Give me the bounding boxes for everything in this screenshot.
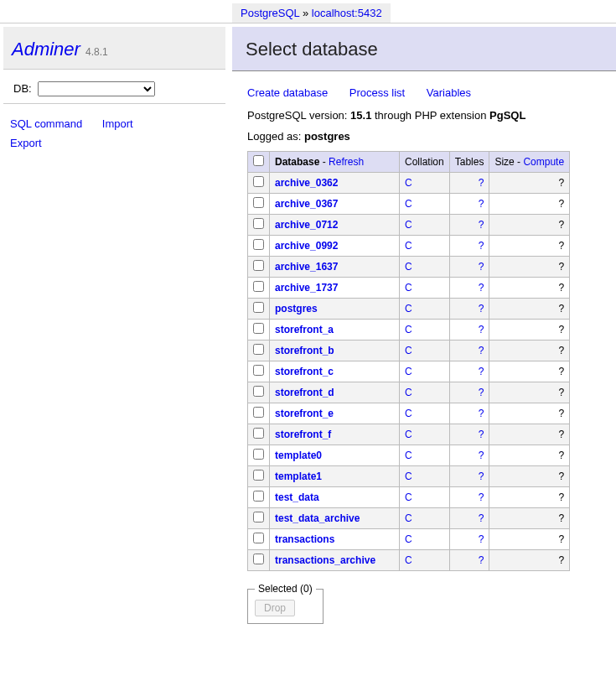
row-checkbox[interactable]	[253, 239, 264, 250]
row-checkbox[interactable]	[253, 176, 264, 187]
tables-link[interactable]: ?	[479, 219, 484, 231]
collation-link[interactable]: C	[405, 470, 412, 482]
row-checkbox[interactable]	[253, 386, 264, 397]
database-link[interactable]: template0	[275, 450, 322, 461]
table-row: test_data_archiveC??	[248, 508, 570, 529]
collation-link[interactable]: C	[405, 219, 412, 231]
row-checkbox[interactable]	[253, 428, 264, 439]
import-link[interactable]: Import	[102, 114, 133, 133]
row-checkbox[interactable]	[253, 470, 264, 481]
row-checkbox[interactable]	[253, 554, 264, 564]
refresh-link[interactable]: Refresh	[329, 156, 364, 168]
database-link[interactable]: template1	[275, 470, 322, 482]
collation-link[interactable]: C	[405, 429, 412, 440]
collation-link[interactable]: C	[405, 512, 412, 524]
row-checkbox[interactable]	[253, 344, 264, 355]
collation-link[interactable]: C	[405, 261, 412, 273]
compute-link[interactable]: Compute	[523, 156, 564, 168]
collation-link[interactable]: C	[405, 240, 412, 252]
collation-link[interactable]: C	[405, 387, 412, 398]
tables-link[interactable]: ?	[479, 450, 484, 461]
logo-link[interactable]: Adminer	[12, 39, 80, 60]
database-link[interactable]: archive_0992	[275, 240, 338, 252]
database-link[interactable]: storefront_f	[275, 429, 331, 440]
tables-link[interactable]: ?	[479, 324, 484, 335]
tables-link[interactable]: ?	[479, 533, 484, 545]
row-checkbox[interactable]	[253, 512, 264, 522]
database-link[interactable]: postgres	[275, 303, 318, 315]
tables-link[interactable]: ?	[479, 408, 484, 419]
breadcrumb-system[interactable]: PostgreSQL	[241, 7, 299, 19]
row-checkbox[interactable]	[253, 197, 264, 208]
tables-link[interactable]: ?	[479, 491, 484, 503]
tables-link[interactable]: ?	[479, 240, 484, 252]
database-link[interactable]: archive_0362	[275, 177, 338, 189]
database-link[interactable]: storefront_b	[275, 345, 334, 356]
database-link[interactable]: archive_1737	[275, 282, 338, 294]
table-row: template1C??	[248, 466, 570, 487]
database-link[interactable]: storefront_c	[275, 366, 334, 377]
sql-command-link[interactable]: SQL command	[10, 114, 82, 133]
database-link[interactable]: archive_0712	[275, 219, 338, 231]
process-list-link[interactable]: Process list	[349, 86, 405, 99]
row-checkbox[interactable]	[253, 260, 264, 271]
collation-link[interactable]: C	[405, 303, 412, 315]
tables-link[interactable]: ?	[479, 198, 484, 210]
export-link[interactable]: Export	[10, 133, 42, 153]
database-link[interactable]: transactions	[275, 533, 334, 545]
tables-link[interactable]: ?	[479, 429, 484, 440]
select-all-cell	[248, 152, 270, 173]
collation-link[interactable]: C	[405, 345, 412, 356]
row-checkbox[interactable]	[253, 323, 264, 334]
collation-link[interactable]: C	[405, 177, 412, 189]
tables-link[interactable]: ?	[479, 470, 484, 482]
collation-link[interactable]: C	[405, 450, 412, 461]
select-all-checkbox[interactable]	[253, 155, 264, 166]
collation-link[interactable]: C	[405, 282, 412, 294]
tables-link[interactable]: ?	[479, 366, 484, 377]
collation-link[interactable]: C	[405, 408, 412, 419]
row-checkbox[interactable]	[253, 407, 264, 418]
col-tables: Tables	[449, 152, 489, 173]
row-checkbox[interactable]	[253, 491, 264, 502]
database-link[interactable]: storefront_a	[275, 324, 334, 335]
database-link[interactable]: storefront_d	[275, 387, 334, 398]
row-checkbox[interactable]	[253, 365, 264, 376]
size-cell: ?	[489, 278, 570, 299]
table-row: template0C??	[248, 445, 570, 466]
size-cell: ?	[489, 173, 570, 194]
database-link[interactable]: archive_1637	[275, 261, 338, 273]
tables-link[interactable]: ?	[479, 345, 484, 356]
size-cell: ?	[489, 361, 570, 382]
create-database-link[interactable]: Create database	[247, 86, 328, 99]
collation-link[interactable]: C	[405, 491, 412, 503]
breadcrumb-host[interactable]: localhost:5432	[312, 7, 382, 19]
drop-button[interactable]: Drop	[255, 600, 295, 616]
row-checkbox[interactable]	[253, 533, 264, 543]
tables-link[interactable]: ?	[479, 177, 484, 189]
table-row: storefront_dC??	[248, 382, 570, 403]
row-checkbox[interactable]	[253, 218, 264, 229]
row-checkbox[interactable]	[253, 449, 264, 460]
collation-link[interactable]: C	[405, 554, 412, 566]
size-cell: ?	[489, 382, 570, 403]
db-select[interactable]	[38, 81, 155, 96]
database-link[interactable]: test_data	[275, 491, 319, 503]
collation-link[interactable]: C	[405, 366, 412, 377]
tables-link[interactable]: ?	[479, 512, 484, 524]
database-link[interactable]: transactions_archive	[275, 554, 375, 566]
collation-link[interactable]: C	[405, 198, 412, 210]
tables-link[interactable]: ?	[479, 554, 484, 566]
tables-link[interactable]: ?	[479, 282, 484, 294]
database-link[interactable]: storefront_e	[275, 408, 334, 419]
database-link[interactable]: archive_0367	[275, 198, 338, 210]
tables-link[interactable]: ?	[479, 303, 484, 315]
tables-link[interactable]: ?	[479, 261, 484, 273]
variables-link[interactable]: Variables	[427, 86, 471, 99]
database-link[interactable]: test_data_archive	[275, 512, 360, 524]
collation-link[interactable]: C	[405, 533, 412, 545]
row-checkbox[interactable]	[253, 281, 264, 292]
row-checkbox[interactable]	[253, 302, 264, 313]
collation-link[interactable]: C	[405, 324, 412, 335]
tables-link[interactable]: ?	[479, 387, 484, 398]
